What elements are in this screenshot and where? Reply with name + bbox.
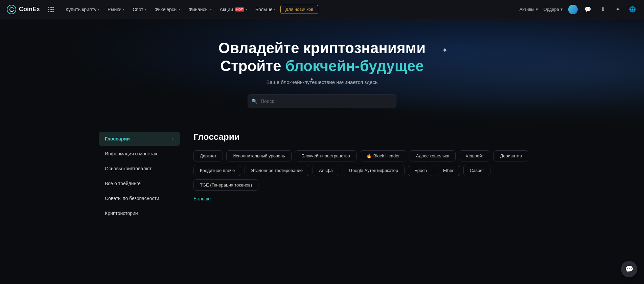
nav-links: Купить крипту ▾ Рынки ▾ Спот ▾ Фьючерсы … — [62, 5, 511, 14]
tag-ether[interactable]: Ether — [437, 165, 460, 176]
chevron-down-icon: ▾ — [536, 7, 538, 12]
nav-orders[interactable]: Ордера ▾ — [544, 7, 563, 12]
chevron-down-icon: ▾ — [210, 7, 212, 11]
nav-item-finance[interactable]: Финансы ▾ — [185, 5, 215, 14]
chevron-down-icon: ▾ — [560, 7, 563, 12]
fire-icon: 🔥 — [366, 153, 372, 158]
navbar: CoinEx Купить крипту ▾ Рынки ▾ Спот ▾ Фь… — [0, 0, 644, 19]
chevron-down-icon: ▾ — [246, 7, 247, 11]
sidebar-item-glossaries[interactable]: Глоссарии → — [99, 132, 180, 146]
sidebar-item-crypto-stories[interactable]: Криптоистории — [99, 206, 180, 220]
chevron-down-icon: ▾ — [145, 7, 146, 11]
search-input[interactable] — [248, 94, 396, 108]
tag-derivative[interactable]: Дериватив — [493, 150, 528, 161]
nav-item-spot[interactable]: Спот ▾ — [129, 5, 150, 14]
tag-google-auth[interactable]: Google Аутентификатор — [343, 165, 405, 176]
avatar[interactable] — [568, 5, 578, 14]
sidebar-item-trading[interactable]: Все о трейдинге — [99, 176, 180, 191]
tag-blockchain-space[interactable]: Блокчейн-пространство — [295, 150, 356, 161]
messages-icon[interactable]: 💬 — [583, 5, 593, 14]
nav-assets[interactable]: Активы ▾ — [520, 7, 538, 12]
glossary-title: Глоссарии — [193, 132, 545, 142]
chevron-down-icon: ▾ — [274, 7, 276, 11]
sidebar-item-crypto-basics[interactable]: Основы криптовалют — [99, 161, 180, 176]
tag-tge[interactable]: TGE (Генерация токенов) — [193, 179, 258, 191]
nav-item-buy-crypto[interactable]: Купить крипту ▾ — [62, 5, 103, 14]
download-icon[interactable]: ⬇ — [598, 5, 607, 14]
sidebar-item-coin-info[interactable]: Информация о монетах — [99, 147, 180, 161]
novice-button[interactable]: Для новичков — [280, 5, 318, 14]
hero-subtitle: Ваше блокчейн-путешествие начинается зде… — [7, 79, 637, 85]
tag-wallet-address[interactable]: Адрес кошелька — [410, 150, 456, 161]
main-content: Глоссарии → Информация о монетах Основы … — [85, 125, 559, 235]
settings-icon[interactable]: ✦ — [613, 5, 622, 14]
chat-support-button[interactable]: 💬 — [621, 261, 637, 277]
nav-item-futures[interactable]: Фьючерсы ▾ — [151, 5, 184, 14]
apps-grid-icon[interactable] — [48, 7, 54, 12]
nav-item-more[interactable]: Больше ▾ — [252, 5, 279, 14]
more-button[interactable]: Больше — [193, 196, 211, 201]
tag-execution-layer[interactable]: Исполнительный уровень — [226, 150, 292, 161]
arrow-right-icon: → — [169, 136, 174, 141]
search-container: 🔍 — [248, 94, 396, 108]
tag-hashrate[interactable]: Хешрейт — [459, 150, 490, 161]
hero-section: ✦ ✦ Овладейте криптознаниями Стройте бло… — [0, 19, 644, 125]
chevron-down-icon: ▾ — [123, 7, 124, 11]
sidebar-item-security[interactable]: Советы по безопасности — [99, 191, 180, 205]
tag-epoch[interactable]: Epoch — [408, 165, 433, 176]
tag-darknet[interactable]: Даркнет — [193, 150, 223, 161]
chevron-down-icon: ▾ — [179, 7, 181, 11]
tag-leverage[interactable]: Кредитное плечо — [193, 165, 241, 176]
language-icon[interactable]: 🌐 — [628, 5, 637, 14]
sidebar: Глоссарии → Информация о монетах Основы … — [99, 132, 180, 221]
tags-grid: Даркнет Исполнительный уровень Блокчейн-… — [193, 150, 545, 191]
tag-casper[interactable]: Casper — [463, 165, 490, 176]
logo[interactable]: CoinEx — [7, 5, 40, 14]
tag-block-header[interactable]: 🔥 Block Header — [360, 150, 406, 161]
tag-benchmark-testing[interactable]: Эталонное тестирование — [245, 165, 309, 176]
nav-item-markets[interactable]: Рынки ▾ — [104, 5, 128, 14]
chevron-down-icon: ▾ — [98, 7, 99, 11]
nav-item-promotions[interactable]: Акции HOT ▾ — [216, 5, 251, 14]
tag-alpha[interactable]: Альфа — [313, 165, 339, 176]
hot-badge: HOT — [235, 7, 244, 12]
hero-title: Овладейте криптознаниями Стройте блокчей… — [7, 39, 637, 75]
svg-point-0 — [7, 5, 16, 14]
search-icon: 🔍 — [252, 99, 257, 104]
nav-right: Активы ▾ Ордера ▾ 💬 ⬇ ✦ 🌐 — [520, 5, 637, 14]
glossary-section: Глоссарии Даркнет Исполнительный уровень… — [193, 132, 545, 221]
